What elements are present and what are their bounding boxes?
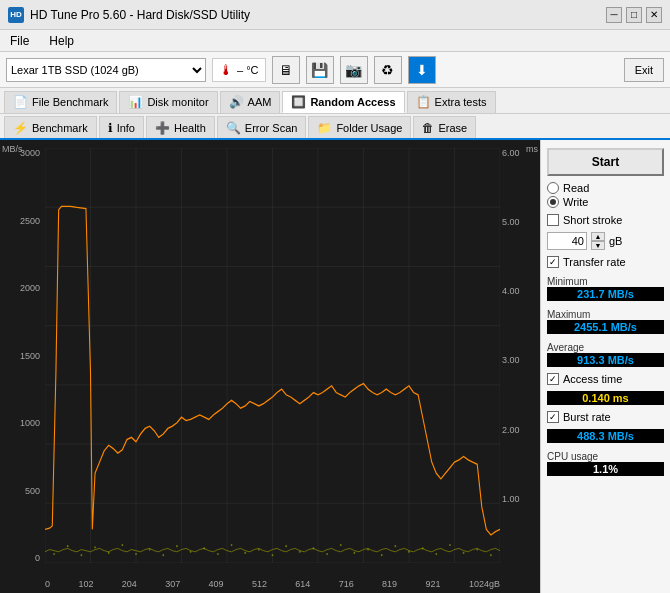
maximize-button[interactable]: □ bbox=[626, 7, 642, 23]
x-0: 0 bbox=[45, 579, 50, 589]
x-819: 819 bbox=[382, 579, 397, 589]
tab-random-access-label: Random Access bbox=[310, 96, 395, 108]
checkbox-short-stroke[interactable]: Short stroke bbox=[547, 214, 664, 226]
access-time-checkbox[interactable]: ✓ bbox=[547, 373, 559, 385]
checkbox-transfer-rate[interactable]: ✓ Transfer rate bbox=[547, 256, 664, 268]
y-right-1: 1.00 bbox=[502, 494, 520, 504]
tab-bar-primary: 📄 File Benchmark 📊 Disk monitor 🔊 AAM 🔲 … bbox=[0, 88, 670, 114]
tab-bar-secondary: ⚡ Benchmark ℹ Info ➕ Health 🔍 Error Scan… bbox=[0, 114, 670, 140]
burst-rate-checkbox[interactable]: ✓ bbox=[547, 411, 559, 423]
x-716: 716 bbox=[339, 579, 354, 589]
tab-disk-monitor[interactable]: 📊 Disk monitor bbox=[119, 91, 217, 113]
radio-group-mode: Read Write bbox=[547, 182, 664, 208]
y-left-1000: 1000 bbox=[20, 418, 40, 428]
health-icon: ➕ bbox=[155, 121, 170, 135]
short-stroke-input[interactable] bbox=[547, 232, 587, 250]
erase-icon: 🗑 bbox=[422, 121, 434, 135]
tab-random-access[interactable]: 🔲 Random Access bbox=[282, 91, 404, 113]
radio-write-circle[interactable] bbox=[547, 196, 559, 208]
tab-folder-usage[interactable]: 📁 Folder Usage bbox=[308, 116, 411, 138]
access-time-label: Access time bbox=[563, 373, 622, 385]
random-access-icon: 🔲 bbox=[291, 95, 306, 109]
short-stroke-checkbox[interactable] bbox=[547, 214, 559, 226]
error-scan-icon: 🔍 bbox=[226, 121, 241, 135]
exit-button[interactable]: Exit bbox=[624, 58, 664, 82]
radio-write-label: Write bbox=[563, 196, 588, 208]
x-921: 921 bbox=[426, 579, 441, 589]
y-left-0: 0 bbox=[35, 553, 40, 563]
cpu-usage-label: CPU usage bbox=[547, 451, 664, 462]
chart-svg bbox=[45, 148, 500, 563]
maximum-value: 2455.1 MB/s bbox=[547, 320, 664, 334]
tab-extra-tests[interactable]: 📋 Extra tests bbox=[407, 91, 496, 113]
transfer-rate-checkbox[interactable]: ✓ bbox=[547, 256, 559, 268]
svg-point-28 bbox=[176, 545, 178, 547]
x-512: 512 bbox=[252, 579, 267, 589]
tab-error-scan[interactable]: 🔍 Error Scan bbox=[217, 116, 307, 138]
info-icon: ℹ bbox=[108, 121, 113, 135]
toolbar-btn-3[interactable]: 📷 bbox=[340, 56, 368, 84]
toolbar-btn-2[interactable]: 💾 bbox=[306, 56, 334, 84]
toolbar-btn-4[interactable]: ♻ bbox=[374, 56, 402, 84]
tab-erase-label: Erase bbox=[438, 122, 467, 134]
spinner[interactable]: ▲ ▼ bbox=[591, 232, 605, 250]
spin-down[interactable]: ▼ bbox=[591, 241, 605, 250]
toolbar-btn-1[interactable]: 🖥 bbox=[272, 56, 300, 84]
x-axis-labels: 0 102 204 307 409 512 614 716 819 921 10… bbox=[45, 579, 500, 589]
minimize-button[interactable]: ─ bbox=[606, 7, 622, 23]
tab-file-benchmark[interactable]: 📄 File Benchmark bbox=[4, 91, 117, 113]
y-right-unit: ms bbox=[526, 144, 538, 154]
tab-benchmark[interactable]: ⚡ Benchmark bbox=[4, 116, 97, 138]
tab-info-label: Info bbox=[117, 122, 135, 134]
menu-help[interactable]: Help bbox=[45, 33, 78, 49]
svg-point-36 bbox=[285, 545, 287, 547]
disk-selector[interactable]: Lexar 1TB SSD (1024 gB) bbox=[6, 58, 206, 82]
svg-point-19 bbox=[53, 553, 55, 555]
radio-write[interactable]: Write bbox=[547, 196, 664, 208]
main-content: 3000 2500 2000 1500 1000 500 0 MB/s 6.00… bbox=[0, 140, 670, 593]
average-value: 913.3 MB/s bbox=[547, 353, 664, 367]
toolbar-btn-download[interactable]: ⬇ bbox=[408, 56, 436, 84]
svg-point-49 bbox=[463, 552, 465, 554]
tab-erase[interactable]: 🗑 Erase bbox=[413, 116, 476, 138]
menu-file[interactable]: File bbox=[6, 33, 33, 49]
burst-rate-value: 488.3 MB/s bbox=[547, 429, 664, 443]
tab-health[interactable]: ➕ Health bbox=[146, 116, 215, 138]
temperature-value: – °C bbox=[237, 64, 259, 76]
radio-read[interactable]: Read bbox=[547, 182, 664, 194]
svg-point-42 bbox=[367, 548, 369, 550]
title-controls[interactable]: ─ □ ✕ bbox=[606, 7, 662, 23]
tab-health-label: Health bbox=[174, 122, 206, 134]
svg-point-37 bbox=[299, 551, 301, 553]
temperature-display: 🌡 – °C bbox=[212, 58, 266, 82]
tab-info[interactable]: ℹ Info bbox=[99, 116, 144, 138]
svg-point-34 bbox=[258, 548, 260, 550]
close-button[interactable]: ✕ bbox=[646, 7, 662, 23]
svg-point-38 bbox=[313, 547, 315, 549]
svg-point-21 bbox=[80, 554, 82, 556]
tab-aam[interactable]: 🔊 AAM bbox=[220, 91, 281, 113]
svg-point-24 bbox=[121, 544, 123, 546]
svg-point-51 bbox=[490, 554, 492, 556]
x-409: 409 bbox=[209, 579, 224, 589]
benchmark-icon: ⚡ bbox=[13, 121, 28, 135]
svg-point-46 bbox=[422, 547, 424, 549]
svg-point-32 bbox=[231, 544, 233, 546]
chart-area: 3000 2500 2000 1500 1000 500 0 MB/s 6.00… bbox=[0, 140, 540, 593]
svg-point-43 bbox=[381, 554, 383, 556]
tab-benchmark-label: Benchmark bbox=[32, 122, 88, 134]
checkbox-burst-rate[interactable]: ✓ Burst rate bbox=[547, 411, 664, 423]
spin-up[interactable]: ▲ bbox=[591, 232, 605, 241]
svg-point-47 bbox=[435, 553, 437, 555]
checkbox-access-time[interactable]: ✓ Access time bbox=[547, 373, 664, 385]
burst-rate-label: Burst rate bbox=[563, 411, 611, 423]
aam-icon: 🔊 bbox=[229, 95, 244, 109]
x-1024: 1024gB bbox=[469, 579, 500, 589]
y-left-2500: 2500 bbox=[20, 216, 40, 226]
start-button[interactable]: Start bbox=[547, 148, 664, 176]
svg-point-25 bbox=[135, 553, 137, 555]
short-stroke-row: ▲ ▼ gB bbox=[547, 232, 664, 250]
maximum-section: Maximum 2455.1 MB/s bbox=[547, 307, 664, 334]
radio-read-circle[interactable] bbox=[547, 182, 559, 194]
svg-point-22 bbox=[94, 546, 96, 548]
